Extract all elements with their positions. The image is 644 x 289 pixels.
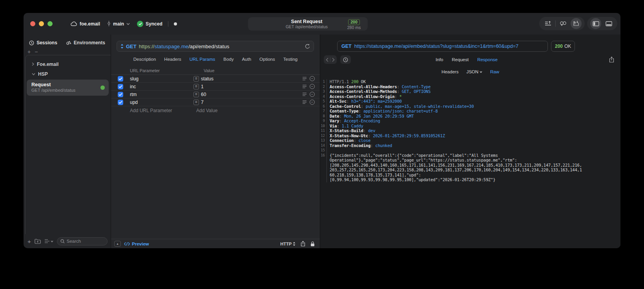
code-line: 14Transfer-Encoding: chunked (320, 143, 620, 148)
param-name[interactable]: upd (130, 100, 188, 105)
subtab-json[interactable]: JSON (466, 69, 482, 74)
tab-response[interactable]: Response (477, 57, 498, 62)
param-value[interactable]: 1 (201, 84, 302, 89)
branch-selector[interactable]: main (107, 21, 130, 27)
param-value[interactable]: 60 (201, 92, 302, 97)
tab-url-params[interactable]: URL Params (190, 57, 215, 62)
request-status-pill[interactable]: Sent Request GET /api/embed/status 200 2… (248, 17, 368, 31)
param-name[interactable]: inc (130, 84, 188, 89)
titlebar: foe.email main Synced (24, 13, 620, 35)
code-line: 13Connection: close (320, 138, 620, 143)
line-number: 6 (320, 104, 327, 109)
line-number: 3 (320, 89, 327, 94)
refresh-icon[interactable] (305, 44, 310, 49)
tree-item-label: HSP (38, 71, 48, 77)
param-name[interactable]: rtm (130, 92, 188, 97)
protocol-selector[interactable]: HTTP (280, 242, 296, 246)
tab-request[interactable]: Request (452, 57, 469, 62)
line-number: 4 (320, 94, 327, 99)
remove-row-icon[interactable]: − (310, 84, 315, 89)
tab-sessions[interactable]: Sessions (29, 40, 57, 45)
tab-environments[interactable]: Environments (66, 40, 105, 45)
add-request-button[interactable]: + (27, 238, 31, 245)
panel-bottom-toggle-icon[interactable] (603, 18, 614, 29)
code-line: [0,99.94,100,99.93,99.98,99.95,100],"upd… (320, 177, 620, 182)
sidebar-left-toggle-icon[interactable] (590, 18, 601, 29)
line-number: 1 (320, 79, 327, 84)
drag-handle-icon[interactable] (302, 85, 307, 88)
tab-body[interactable]: Body (223, 57, 234, 62)
request-list-icon[interactable] (542, 18, 553, 29)
back-chevron-icon[interactable] (326, 58, 328, 62)
preview-button[interactable]: Preview (124, 242, 149, 246)
add-session-button[interactable]: + (27, 49, 31, 55)
param-checkbox[interactable] (118, 100, 123, 105)
code-line: 15 (320, 148, 620, 153)
lock-icon[interactable] (310, 241, 315, 247)
tab-headers[interactable]: Headers (164, 57, 181, 62)
add-folder-icon[interactable] (35, 239, 41, 244)
branch-name: main (113, 21, 124, 27)
line-number: 13 (320, 138, 327, 143)
code-line: 8Date: Mon, 26 Jan 2026 20:29:59 GMT (320, 114, 620, 119)
sidebar: Sessions Environments + − (24, 35, 111, 248)
remove-session-button[interactable]: − (35, 49, 38, 55)
method-stepper-icon[interactable] (120, 44, 124, 49)
response-code[interactable]: 1HTTP/1.1 200 OK2Access-Control-Allow-He… (320, 79, 620, 182)
subtab-headers[interactable]: Headers (441, 69, 458, 74)
equals-icon: = (193, 92, 199, 97)
project-button[interactable]: foe.email (71, 21, 100, 27)
param-value[interactable]: 7 (201, 100, 302, 105)
response-tabs: InfoRequestResponse (436, 57, 498, 62)
tree-item-hsp[interactable]: HSP (26, 69, 111, 79)
search-input[interactable]: Search (57, 237, 108, 245)
add-value-placeholder[interactable]: Add Value (186, 108, 218, 113)
share-icon[interactable] (301, 241, 305, 247)
tab-options[interactable]: Options (259, 57, 275, 62)
equals-icon: = (193, 76, 199, 82)
param-name[interactable]: slug (130, 76, 188, 82)
list-style-icon[interactable] (44, 239, 53, 244)
sync-loop-icon[interactable] (558, 18, 569, 29)
tree-item-foe-email[interactable]: Foe.email (26, 59, 111, 69)
minimize-window-button[interactable] (39, 21, 44, 26)
request-url-bar[interactable]: GET https://statuspage.me/api/embed/stat… (117, 41, 314, 52)
remove-row-icon[interactable]: − (310, 76, 315, 81)
app-window: foe.email main Synced (24, 13, 620, 248)
param-checkbox[interactable] (118, 76, 123, 82)
param-add-row[interactable]: Add URL Parameter Add Value (111, 106, 320, 115)
request-list-item-selected[interactable]: Request GET /api/embed/status (27, 80, 109, 96)
line-number: 16 (320, 153, 327, 158)
add-url-parameter-placeholder[interactable]: Add URL Parameter (111, 108, 186, 113)
subtab-raw[interactable]: Raw (490, 69, 499, 74)
drag-handle-icon[interactable] (302, 77, 307, 80)
history-clock-icon[interactable] (340, 55, 351, 64)
collapse-panel-icon[interactable]: ▲ (114, 241, 121, 247)
protocol-label: HTTP (280, 242, 292, 246)
forward-chevron-icon[interactable] (332, 58, 335, 62)
param-row: rtm = 60 − (111, 91, 320, 98)
params-table-header: URL Parameter Value (111, 67, 320, 75)
unsaved-dot-icon (174, 22, 177, 25)
tab-description[interactable]: Description (133, 57, 156, 62)
code-line: [208,205,145,298,443,140,160,165,171,161… (320, 163, 620, 168)
request-method[interactable]: GET (126, 44, 137, 49)
environments-icon (66, 40, 71, 45)
tab-info[interactable]: Info (436, 57, 443, 62)
drag-handle-icon[interactable] (302, 93, 307, 96)
tab-testing[interactable]: Testing (283, 57, 297, 62)
remove-row-icon[interactable]: − (310, 92, 315, 97)
response-url-box[interactable]: GET https://statuspage.me/api/embed/stat… (337, 41, 548, 52)
remove-row-icon[interactable]: − (310, 100, 315, 105)
param-checkbox[interactable] (118, 92, 123, 97)
param-checkbox[interactable] (118, 84, 123, 89)
code-line: 1HTTP/1.1 200 OK (320, 79, 620, 84)
drag-handle-icon[interactable] (302, 100, 307, 104)
tab-auth[interactable]: Auth (242, 57, 251, 62)
export-share-icon[interactable] (609, 56, 614, 63)
param-value[interactable]: status (201, 76, 302, 82)
close-window-button[interactable] (30, 21, 35, 26)
zoom-window-button[interactable] (47, 21, 53, 26)
sync-status[interactable]: Synced (137, 21, 162, 27)
io-panel-icon[interactable] (571, 18, 582, 29)
